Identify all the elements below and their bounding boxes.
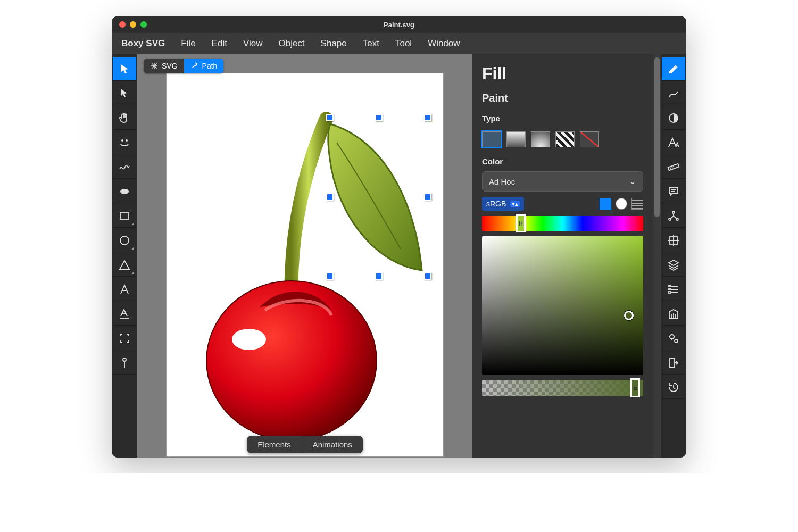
selection-handle-bm[interactable] <box>375 272 383 280</box>
rtool-library[interactable] <box>662 302 685 326</box>
canvas[interactable] <box>167 73 443 456</box>
menu-window[interactable]: Window <box>428 38 460 49</box>
main-area: SVG Path <box>112 54 686 458</box>
hand-icon <box>118 112 131 124</box>
sv-thumb[interactable] <box>624 311 634 320</box>
tool-freehand[interactable] <box>113 131 136 154</box>
scrollbar-thumb[interactable] <box>654 57 660 217</box>
right-toolbar <box>661 54 686 458</box>
text-a-icon <box>118 283 131 296</box>
app-brand[interactable]: Boxy SVG <box>121 38 165 49</box>
alpha-slider[interactable]: α <box>482 380 643 396</box>
selection-handle-br[interactable] <box>424 272 431 280</box>
rtool-ruler[interactable] <box>662 155 685 179</box>
saturation-value-field[interactable] <box>482 236 643 375</box>
hue-thumb[interactable]: H <box>516 214 526 232</box>
rtool-history[interactable] <box>662 376 685 399</box>
tab-animations[interactable]: Animations <box>302 436 363 453</box>
comment-icon <box>667 185 680 198</box>
rtool-typography[interactable] <box>662 131 685 154</box>
fill-type-solid[interactable] <box>482 131 501 147</box>
color-mode-select[interactable]: Ad Hoc ⌄ <box>482 171 643 192</box>
selection-handle-tm[interactable] <box>375 114 383 121</box>
cursor-arrow-icon <box>118 63 131 76</box>
tool-blob[interactable] <box>113 180 136 203</box>
tool-curve[interactable] <box>113 155 136 179</box>
menu-text[interactable]: Text <box>363 38 379 49</box>
rtool-comment[interactable] <box>662 180 685 203</box>
fill-type-none[interactable] <box>580 131 599 147</box>
inspector-panel: Fill Paint Type Color Ad Hoc ⌄ sRGB ▾▴ <box>472 54 653 458</box>
fill-type-row <box>482 131 643 147</box>
menu-view[interactable]: View <box>243 38 263 49</box>
breadcrumb-svg-label: SVG <box>162 62 178 70</box>
picker-view-wheel[interactable] <box>616 198 627 210</box>
corners-icon <box>118 332 131 345</box>
menu-tool[interactable]: Tool <box>395 38 412 49</box>
color-space-row: sRGB ▾▴ <box>482 197 643 211</box>
tool-circle[interactable] <box>113 229 136 252</box>
breadcrumb: SVG Path <box>144 59 223 73</box>
rtool-layers[interactable] <box>662 253 685 277</box>
rtool-contrast[interactable] <box>662 106 685 130</box>
tool-anchor[interactable] <box>113 351 136 375</box>
menu-file[interactable]: File <box>181 38 195 49</box>
stroke-brush-icon <box>667 87 680 100</box>
hue-thumb-label: H <box>519 221 522 227</box>
face-icon <box>118 136 131 149</box>
blob-icon <box>118 185 131 198</box>
fill-type-radial[interactable] <box>531 131 550 147</box>
library-icon <box>667 307 680 320</box>
fill-brush-icon <box>667 63 680 76</box>
export-icon <box>667 356 680 369</box>
svg-rect-3 <box>120 213 129 219</box>
tool-triangle[interactable] <box>113 253 136 277</box>
canvas-viewport[interactable] <box>137 54 472 458</box>
nodes-icon <box>667 210 680 222</box>
selection-handle-tl[interactable] <box>326 114 334 121</box>
rtool-export[interactable] <box>662 351 685 375</box>
tool-select[interactable] <box>113 57 136 81</box>
menu-shape[interactable]: Shape <box>321 38 347 49</box>
tool-text-path[interactable] <box>113 302 136 326</box>
tool-text[interactable] <box>113 278 136 301</box>
stepper-arrows-icon: ▾▴ <box>510 201 520 207</box>
fill-type-pattern[interactable] <box>555 131 575 147</box>
history-icon <box>667 381 680 394</box>
submenu-indicator-icon <box>131 244 134 250</box>
tab-elements[interactable]: Elements <box>247 436 302 453</box>
rtool-stroke[interactable] <box>662 82 685 105</box>
rtool-fill[interactable] <box>662 57 685 81</box>
picker-view-sliders[interactable] <box>631 198 643 210</box>
rtool-artboard[interactable] <box>662 229 685 252</box>
fill-type-linear[interactable] <box>506 131 526 147</box>
menu-object[interactable]: Object <box>278 38 304 49</box>
triangle-icon <box>118 259 131 271</box>
app-window: Paint.svg Boxy SVG File Edit View Object… <box>112 16 686 458</box>
alpha-thumb[interactable]: α <box>630 378 640 397</box>
gears-icon <box>667 332 680 345</box>
tool-crop[interactable] <box>113 327 136 350</box>
selection-handle-ml[interactable] <box>326 193 334 201</box>
rtool-settings[interactable] <box>662 327 685 350</box>
breadcrumb-svg[interactable]: SVG <box>144 59 184 73</box>
hue-slider[interactable]: H <box>482 216 643 231</box>
rectangle-icon <box>118 210 131 222</box>
tool-rectangle[interactable] <box>113 204 136 228</box>
rtool-list[interactable] <box>662 278 685 301</box>
menu-edit[interactable]: Edit <box>212 38 227 49</box>
picker-view-square[interactable] <box>600 198 611 210</box>
breadcrumb-path[interactable]: Path <box>184 59 224 73</box>
color-space-select[interactable]: sRGB ▾▴ <box>482 197 524 211</box>
tool-pan[interactable] <box>113 106 136 130</box>
selection-handle-tr[interactable] <box>424 114 431 121</box>
rtool-nodes[interactable] <box>662 204 685 228</box>
panel-scrollbar[interactable] <box>653 54 661 458</box>
tool-edit[interactable] <box>113 82 136 105</box>
selection-handle-mr[interactable] <box>424 193 431 201</box>
footer-tabs: Elements Animations <box>247 436 363 453</box>
svg-rect-9 <box>668 163 679 170</box>
selection-handle-bl[interactable] <box>326 272 334 280</box>
color-mode-value: Ad Hoc <box>489 177 515 186</box>
anchor-point-icon <box>118 356 131 369</box>
